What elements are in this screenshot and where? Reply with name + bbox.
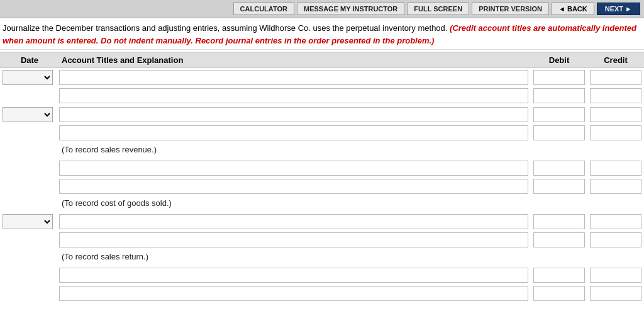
debit-cell-5b xyxy=(531,286,587,301)
credit-cell-3b xyxy=(587,179,644,194)
credit-column-header: Credit xyxy=(587,55,644,65)
credit-cell-4 xyxy=(587,214,644,229)
account-input-2b[interactable] xyxy=(59,125,528,140)
debit-cell-2 xyxy=(531,107,587,122)
account-column-header: Account Titles and Explanation xyxy=(57,55,531,65)
account-cell-4b xyxy=(57,232,531,247)
account-cell-5b xyxy=(57,286,531,301)
debit-input-5[interactable] xyxy=(533,268,585,283)
date-select-1[interactable] xyxy=(3,70,53,85)
table-header: Date Account Titles and Explanation Debi… xyxy=(0,52,644,68)
debit-column-header: Debit xyxy=(531,55,587,65)
account-cell-2b xyxy=(57,125,531,140)
toolbar: CALCULATOR MESSAGE MY INSTRUCTOR FULL SC… xyxy=(0,0,644,18)
credit-cell-5b xyxy=(587,286,644,301)
instruction-text: Journalize the December transactions and… xyxy=(3,23,447,33)
table-row xyxy=(0,285,644,302)
credit-input-3[interactable] xyxy=(590,161,641,176)
next-button[interactable]: NEXT ► xyxy=(597,3,640,15)
date-select-2[interactable] xyxy=(3,107,53,122)
account-input-3b[interactable] xyxy=(59,179,528,194)
account-input-5[interactable] xyxy=(59,268,528,283)
account-input-5b[interactable] xyxy=(59,286,528,301)
account-input-1b[interactable] xyxy=(59,88,528,103)
debit-cell-4b xyxy=(531,232,587,247)
debit-input-4[interactable] xyxy=(533,214,585,229)
account-input-4b[interactable] xyxy=(59,232,528,247)
credit-input-4[interactable] xyxy=(590,214,641,229)
memo-row-cost-of-goods: (To record cost of goods sold.) xyxy=(0,196,644,210)
debit-cell-1 xyxy=(531,70,587,85)
debit-input-3[interactable] xyxy=(533,161,585,176)
back-button[interactable]: ◄ BACK xyxy=(552,3,594,15)
debit-cell-5 xyxy=(531,268,587,283)
cost-of-goods-memo: (To record cost of goods sold.) xyxy=(57,197,644,209)
entry-group-3: (To record cost of goods sold.) xyxy=(0,160,644,210)
debit-cell-3b xyxy=(531,179,587,194)
credit-cell-3 xyxy=(587,161,644,176)
date-cell-1 xyxy=(0,70,57,85)
sales-revenue-memo: (To record sales revenue.) xyxy=(57,144,644,156)
entry-group-2: (To record sales revenue.) xyxy=(0,106,644,156)
date-cell-2 xyxy=(0,107,57,122)
memo-row-sales-return: (To record sales return.) xyxy=(0,250,644,263)
sales-return-memo: (To record sales return.) xyxy=(57,251,644,263)
credit-input-2b[interactable] xyxy=(590,125,641,140)
table-row xyxy=(0,178,644,195)
debit-input-4b[interactable] xyxy=(533,232,585,247)
account-input-3[interactable] xyxy=(59,161,528,176)
table-row xyxy=(0,232,644,248)
debit-cell-1b xyxy=(531,88,587,103)
credit-cell-5 xyxy=(587,268,644,283)
account-cell-5 xyxy=(57,268,531,283)
credit-cell-2 xyxy=(587,107,644,122)
calculator-button[interactable]: CALCULATOR xyxy=(233,3,294,15)
debit-cell-4 xyxy=(531,214,587,229)
message-instructor-button[interactable]: MESSAGE MY INSTRUCTOR xyxy=(297,3,404,15)
table-row xyxy=(0,125,644,141)
table-row xyxy=(0,106,644,123)
memo-row-sales-revenue: (To record sales revenue.) xyxy=(0,143,644,156)
credit-input-5[interactable] xyxy=(590,268,641,283)
account-cell-4 xyxy=(57,214,531,229)
table-row xyxy=(0,267,644,283)
debit-input-2b[interactable] xyxy=(533,125,585,140)
credit-input-1[interactable] xyxy=(590,70,641,85)
account-input-4[interactable] xyxy=(59,214,528,229)
table-row xyxy=(0,69,644,86)
debit-input-5b[interactable] xyxy=(533,286,585,301)
account-cell-1b xyxy=(57,88,531,103)
credit-cell-4b xyxy=(587,232,644,247)
account-input-1[interactable] xyxy=(59,70,528,85)
debit-input-3b[interactable] xyxy=(533,179,585,194)
account-cell-3b xyxy=(57,179,531,194)
debit-input-1b[interactable] xyxy=(533,88,585,103)
table-row xyxy=(0,88,644,104)
account-cell-1 xyxy=(57,70,531,85)
date-column-header: Date xyxy=(0,55,57,65)
entry-group-4: (To record sales return.) xyxy=(0,213,644,263)
debit-cell-3 xyxy=(531,161,587,176)
table-row xyxy=(0,160,644,176)
debit-input-1[interactable] xyxy=(533,70,585,85)
instructions-area: Journalize the December transactions and… xyxy=(0,18,644,50)
credit-cell-1b xyxy=(587,88,644,103)
fullscreen-button[interactable]: FULL SCREEN xyxy=(407,3,469,15)
debit-input-2[interactable] xyxy=(533,107,585,122)
entry-group-1 xyxy=(0,69,644,104)
account-cell-3 xyxy=(57,161,531,176)
date-cell-4 xyxy=(0,214,57,229)
debit-cell-2b xyxy=(531,125,587,140)
date-select-4[interactable] xyxy=(3,214,53,229)
credit-cell-2b xyxy=(587,125,644,140)
credit-input-3b[interactable] xyxy=(590,179,641,194)
printer-version-button[interactable]: PRINTER VERSION xyxy=(472,3,549,15)
credit-input-1b[interactable] xyxy=(590,88,641,103)
journal-area: Date Account Titles and Explanation Debi… xyxy=(0,50,644,307)
credit-input-2[interactable] xyxy=(590,107,641,122)
credit-cell-1 xyxy=(587,70,644,85)
account-input-2[interactable] xyxy=(59,107,528,122)
credit-input-4b[interactable] xyxy=(590,232,641,247)
table-row xyxy=(0,213,644,230)
credit-input-5b[interactable] xyxy=(590,286,641,301)
